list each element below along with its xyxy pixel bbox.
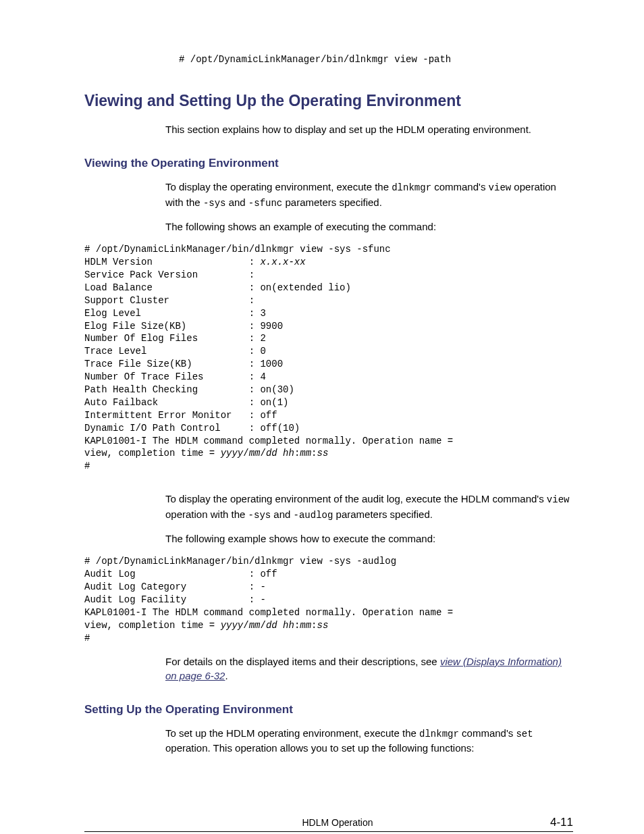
- code-line: Audit Log Facility : -: [84, 594, 266, 605]
- code-text: /: [260, 448, 265, 459]
- code-text: /: [243, 620, 248, 631]
- code-italic: x.x.x-xx: [260, 257, 305, 267]
- code-line: Load Balance : on(extended lio): [84, 282, 351, 293]
- text: To set up the HDLM operating environment…: [165, 727, 419, 739]
- inline-code: -sys: [248, 510, 271, 521]
- code-line: KAPL01001-I The HDLM command completed n…: [84, 436, 459, 446]
- code-line: Trace File Size(KB) : 1000: [84, 359, 283, 369]
- code-italic: ss: [317, 448, 329, 459]
- inline-code: -sys: [203, 198, 226, 209]
- inline-code: -audlog: [294, 510, 333, 521]
- text: parameters specified.: [333, 509, 433, 520]
- code-line: # /opt/DynamicLinkManager/bin/dlnkmgr vi…: [84, 244, 391, 255]
- code-text: :: [311, 448, 317, 459]
- inline-code: view: [489, 182, 512, 193]
- text: operation. This operation allows you to …: [165, 742, 475, 754]
- code-line: Support Cluster :: [84, 295, 254, 306]
- code-line: Intermittent Error Monitor : off: [84, 410, 277, 421]
- code-italic: yyyy: [221, 620, 244, 631]
- code-line: Audit Log : off: [84, 569, 277, 579]
- heading-main: Viewing and Setting Up the Operating Env…: [84, 92, 573, 110]
- code-line: KAPL01001-I The HDLM command completed n…: [84, 607, 459, 618]
- code-line: HDLM Version :: [84, 257, 260, 267]
- viewing-para-1: To display the operating environment, ex…: [165, 180, 573, 210]
- code-line: Path Health Checking : on(30): [84, 384, 294, 395]
- code-italic: mm: [300, 448, 311, 459]
- viewing-para-2: The following shows an example of execut…: [165, 219, 573, 234]
- code-line: Elog File Size(KB) : 9900: [84, 321, 283, 332]
- footer-section-title: HDLM Operation: [125, 817, 550, 828]
- code-line: Number Of Trace Files : 4: [84, 371, 266, 382]
- text: command's: [459, 727, 516, 739]
- code-line: Number Of Elog Files : 2: [84, 333, 266, 344]
- inline-code: dlnkmgr: [419, 729, 459, 739]
- viewing-para-4: The following example shows how to execu…: [165, 531, 573, 546]
- code-line: Elog Level : 3: [84, 308, 266, 319]
- text: For details on the displayed items and t…: [165, 656, 440, 667]
- code-text: /: [260, 620, 265, 631]
- code-line: # /opt/DynamicLinkManager/bin/dlnkmgr vi…: [84, 556, 396, 567]
- inline-code: dlnkmgr: [392, 182, 431, 193]
- heading-viewing: Viewing the Operating Environment: [84, 157, 573, 170]
- text: parameters specified.: [282, 197, 382, 208]
- inline-code: set: [516, 729, 533, 739]
- intro-paragraph: This section explains how to display and…: [165, 122, 573, 136]
- code-line: Trace Level : 0: [84, 346, 266, 357]
- inline-code: -sfunc: [248, 198, 282, 209]
- code-italic: mm: [300, 620, 311, 631]
- text: and: [225, 197, 248, 208]
- code-line: Dynamic I/O Path Control : off(10): [84, 423, 300, 434]
- code-italic: dd hh: [266, 620, 294, 631]
- text: To display the operating environment of …: [165, 493, 547, 504]
- code-line: #: [84, 633, 90, 644]
- code-block-sfunc: # /opt/DynamicLinkManager/bin/dlnkmgr vi…: [84, 243, 573, 473]
- code-block-audlog: # /opt/DynamicLinkManager/bin/dlnkmgr vi…: [84, 555, 573, 644]
- code-text: :: [311, 620, 317, 631]
- text: .: [225, 670, 227, 681]
- code-italic: mm: [249, 448, 261, 459]
- text: command's: [431, 181, 489, 192]
- code-text: /: [243, 448, 248, 459]
- heading-setting: Setting Up the Operating Environment: [84, 703, 573, 716]
- code-italic: ss: [317, 620, 329, 631]
- code-line: view, completion time =: [84, 620, 221, 631]
- code-line: Service Pack Version :: [84, 269, 254, 280]
- page-footer: HDLM Operation 4-11 Hitachi Dynamic Link…: [84, 816, 573, 834]
- code-italic: dd hh: [266, 448, 294, 459]
- code-italic: yyyy: [221, 448, 244, 459]
- code-line: Audit Log Category : -: [84, 581, 266, 592]
- page: # /opt/DynamicLinkManager/bin/dlnkmgr vi…: [0, 0, 644, 834]
- top-command: # /opt/DynamicLinkManager/bin/dlnkmgr vi…: [179, 54, 573, 65]
- code-line: view, completion time =: [84, 448, 221, 459]
- inline-code: view: [547, 494, 570, 505]
- setting-para-1: To set up the HDLM operating environment…: [165, 726, 573, 756]
- code-line: #: [84, 461, 90, 471]
- code-line: Auto Failback : on(1): [84, 397, 288, 408]
- footer-top-row: HDLM Operation 4-11: [84, 816, 573, 832]
- text: To display the operating environment, ex…: [165, 181, 392, 192]
- viewing-para-5: For details on the displayed items and t…: [165, 654, 573, 683]
- page-number: 4-11: [550, 816, 573, 829]
- text: and: [271, 509, 293, 520]
- viewing-para-3: To display the operating environment of …: [165, 492, 573, 522]
- text: operation with the: [165, 509, 248, 520]
- code-italic: mm: [249, 620, 261, 631]
